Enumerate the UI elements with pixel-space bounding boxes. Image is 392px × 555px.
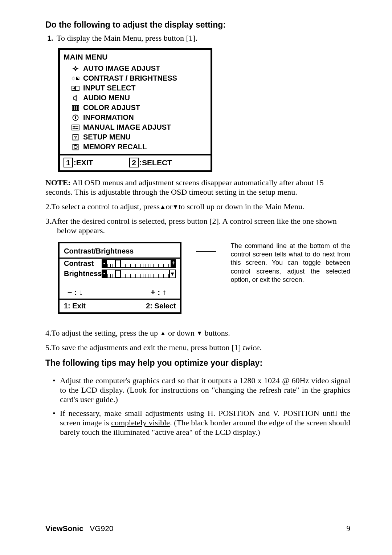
menu-item-label: INFORMATION <box>83 113 134 122</box>
minus-down-arrow: – : ↓ <box>68 288 83 297</box>
svg-rect-24 <box>75 117 76 119</box>
main-menu-footer: 1:EXIT 2:SELECT <box>60 154 211 170</box>
main-menu-title: MAIN MENU <box>60 50 211 64</box>
step1-text: To display the Main Menu, press button [… <box>57 33 197 42</box>
note-paragraph: NOTE: All OSD menus and adjustment scree… <box>45 178 350 197</box>
cb-arrows-row: – : ↓ + : ↑ <box>60 279 180 299</box>
target-icon <box>72 65 79 72</box>
menu-item-label: CONTRAST / BRIGHTNESS <box>83 73 177 83</box>
step4-num: 4. <box>45 328 52 337</box>
input-select-icon <box>72 85 79 91</box>
svg-rect-4 <box>75 68 76 69</box>
svg-rect-20 <box>75 106 76 110</box>
slider-handle-icon <box>115 260 121 268</box>
speaker-icon <box>72 95 79 101</box>
cb-title: Contrast/Brightness <box>60 243 180 258</box>
step-1: 1.To display the Main Menu, press button… <box>45 33 350 43</box>
down-triangle-icon: ▼ <box>196 330 203 337</box>
menu-item-input-select: INPUT SELECT <box>72 83 207 93</box>
menu-item-auto-image-adjust: AUTO IMAGE ADJUST <box>72 64 207 73</box>
menu-item-information: INFORMATION <box>72 113 207 122</box>
note-label: NOTE: <box>45 178 71 187</box>
sun-contrast-icon <box>72 75 79 82</box>
menu-item-label: MANUAL IMAGE ADJUST <box>83 122 171 132</box>
down-triangle-icon: ▼ <box>172 203 179 210</box>
step5-b: . <box>260 343 262 352</box>
sliders-icon <box>72 125 79 130</box>
cb-footer: 1: Exit 2: Select <box>60 299 180 312</box>
minus-icon: - <box>102 270 107 278</box>
page-footer: ViewSonic VG920 9 <box>45 524 350 533</box>
step5-num: 5. <box>45 343 52 352</box>
svg-line-12 <box>72 79 73 80</box>
step4-c: buttons. <box>203 328 230 337</box>
menu-item-memory-recall: MEMORY RECALL <box>72 142 207 152</box>
plus-up-arrow: + : ↑ <box>151 288 166 297</box>
step-2: 2.To select a control to adjust, press▲o… <box>45 202 350 211</box>
svg-line-13 <box>74 77 74 78</box>
menu-item-label: MEMORY RECALL <box>83 142 147 152</box>
plus-icon: + <box>171 259 176 268</box>
up-triangle-icon: ▲ <box>160 330 166 337</box>
svg-line-10 <box>72 77 73 78</box>
menu-item-label: COLOR ADJUST <box>83 103 140 113</box>
heading-adjust: Do the following to adjust the display s… <box>45 20 350 30</box>
step5-twice: twice <box>243 343 260 352</box>
tip1-text: Adjust the computer's graphics card so t… <box>60 376 350 404</box>
recall-icon <box>72 144 79 150</box>
tip-2: If necessary, make small adjustments usi… <box>53 409 350 437</box>
tip2-underline: completely visible <box>111 418 170 427</box>
menu-item-setup-menu: ? SETUP MENU <box>72 132 207 142</box>
exit-label: :EXIT <box>74 158 93 167</box>
menu-item-contrast-brightness: CONTRAST / BRIGHTNESS <box>72 73 207 83</box>
brightness-label: Brightness <box>64 270 102 278</box>
cb-select-label: 2: Select <box>146 302 176 310</box>
menu-item-label: AUTO IMAGE ADJUST <box>83 64 160 73</box>
step2-c: to scroll up or down in the Main Menu. <box>179 202 304 211</box>
menu-item-color-adjust: COLOR ADJUST <box>72 103 207 113</box>
step5-a: To save the adjustments and exit the men… <box>52 343 243 352</box>
contrast-brightness-box: Contrast/Brightness Contrast - + Brightn… <box>58 242 181 314</box>
brightness-slider: - ▾ <box>102 270 176 278</box>
question-box-icon: ? <box>72 134 79 141</box>
menu-item-manual-image-adjust: MANUAL IMAGE ADJUST <box>72 122 207 132</box>
svg-point-5 <box>73 78 74 79</box>
tip-1: Adjust the computer's graphics card so t… <box>53 376 350 404</box>
step3-num: 3. <box>45 216 52 226</box>
menu-item-audio-menu: AUDIO MENU <box>72 93 207 103</box>
menu-item-label: AUDIO MENU <box>83 93 130 103</box>
step-3: 3.After the desired control is selected,… <box>45 216 350 235</box>
step2-b: or <box>166 202 172 211</box>
heading-tips: The following tips may help you optimize… <box>45 358 350 368</box>
svg-rect-19 <box>73 106 74 110</box>
step2-num: 2. <box>45 202 52 211</box>
footer-model: VG920 <box>90 524 113 532</box>
cb-caption: The command line at the bottom of the co… <box>230 242 350 284</box>
up-triangle-icon: ▲ <box>160 203 166 210</box>
svg-text:?: ? <box>74 134 77 140</box>
footer-page-number: 9 <box>347 524 351 533</box>
footer-brand: ViewSonic <box>45 524 83 532</box>
step2-a: To select a control to adjust, press <box>52 202 160 211</box>
step-4: 4.To adjust the setting, press the up ▲ … <box>45 328 350 338</box>
note-text: All OSD menus and adjustment screens dis… <box>45 178 324 197</box>
step-5: 5.To save the adjustments and exit the m… <box>45 343 350 352</box>
main-menu-box: MAIN MENU AUTO IMAGE ADJUST CONTRAST / B… <box>58 48 212 172</box>
svg-point-23 <box>75 116 76 117</box>
cb-row-contrast: Contrast - + <box>60 259 180 269</box>
callout-line-icon <box>196 251 216 252</box>
slider-handle-icon <box>115 270 121 278</box>
step1-num: 1. <box>47 33 57 43</box>
step3-text: After the desired control is selected, p… <box>52 216 337 235</box>
contrast-label: Contrast <box>64 259 94 268</box>
key-2: 2 <box>129 158 139 167</box>
cb-row-brightness: Brightness - ▾ <box>60 269 180 279</box>
color-bars-icon <box>72 105 79 111</box>
svg-line-11 <box>74 79 74 80</box>
svg-rect-25 <box>72 125 79 130</box>
step4-b: or down <box>166 328 196 337</box>
cb-exit-label: 1: Exit <box>64 302 86 310</box>
info-icon <box>72 114 79 121</box>
plus-icon: ▾ <box>169 270 176 278</box>
svg-rect-21 <box>77 106 78 110</box>
